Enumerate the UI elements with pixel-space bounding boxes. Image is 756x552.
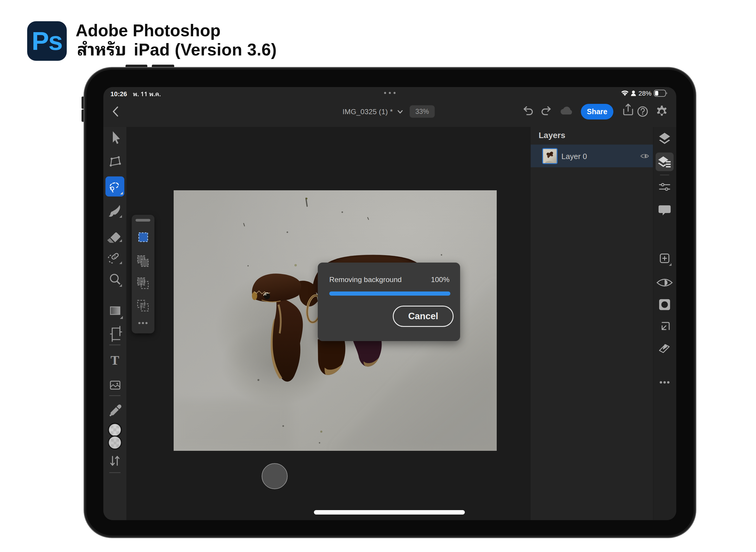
svg-text:28%: 28% xyxy=(638,90,651,97)
svg-text:Share: Share xyxy=(587,107,608,116)
svg-text:T: T xyxy=(110,353,119,368)
svg-text:iPad (Version 3.6): iPad (Version 3.6) xyxy=(134,40,277,59)
